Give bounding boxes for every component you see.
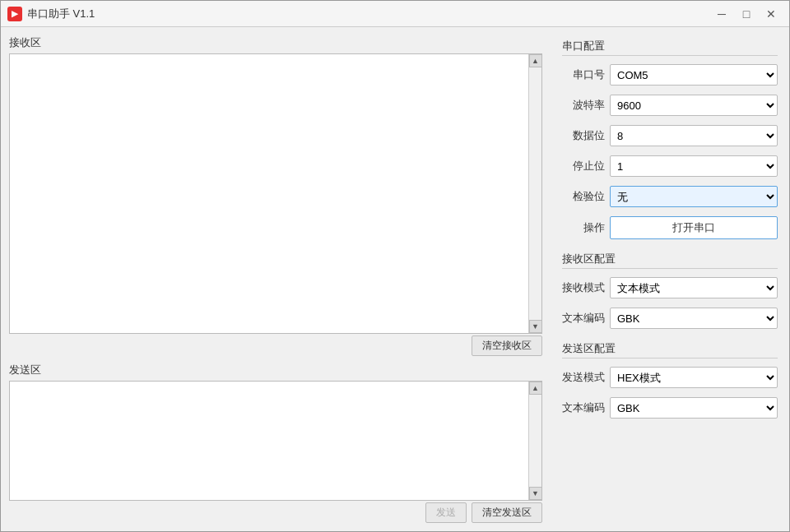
- parity-select[interactable]: 无 奇校验 偶校验: [610, 186, 778, 207]
- left-panel: 接收区 ▲ ▼ 清空接收区 发送区: [1, 27, 551, 531]
- title-bar: ▶ 串口助手 V1.1 ─ □ ✕: [1, 1, 789, 27]
- port-label: 串口号: [562, 67, 605, 82]
- minimize-button[interactable]: ─: [710, 4, 733, 24]
- baud-select[interactable]: 9600 1200 2400 4800 19200 38400 57600 11…: [610, 95, 778, 116]
- receive-btn-row: 清空接收区: [9, 335, 542, 356]
- receive-textarea[interactable]: [10, 54, 541, 333]
- receive-scroll-up[interactable]: ▲: [529, 54, 542, 67]
- send-scroll-up[interactable]: ▲: [529, 382, 542, 395]
- main-content: 接收区 ▲ ▼ 清空接收区 发送区: [1, 27, 789, 531]
- close-button[interactable]: ✕: [760, 4, 783, 24]
- parity-row: 检验位 无 奇校验 偶校验: [562, 186, 778, 207]
- send-area-label: 发送区: [9, 363, 542, 377]
- send-scroll-down[interactable]: ▼: [529, 487, 542, 500]
- operation-label: 操作: [562, 220, 605, 235]
- right-panel: 串口配置 串口号 COM5 COM1 COM2 COM3 COM4 COM6 波…: [551, 27, 789, 531]
- baud-label: 波特率: [562, 98, 605, 113]
- window-controls: ─ □ ✕: [710, 4, 783, 24]
- title-bar-left: ▶ 串口助手 V1.1: [7, 7, 95, 21]
- data-bits-label: 数据位: [562, 128, 605, 143]
- receive-area-label: 接收区: [9, 35, 542, 50]
- send-mode-label: 发送模式: [562, 370, 605, 385]
- send-area-container: 发送区 ▲ ▼ 发送 清空发送区: [9, 363, 542, 523]
- receive-scrollbar: ▲ ▼: [528, 54, 541, 333]
- text-encoding-row: 文本编码 GBK UTF-8 ASCII: [562, 308, 778, 329]
- baud-row: 波特率 9600 1200 2400 4800 19200 38400 5760…: [562, 95, 778, 116]
- send-btn-row: 发送 清空发送区: [9, 502, 542, 523]
- text-encoding-label: 文本编码: [562, 311, 605, 326]
- receive-mode-select[interactable]: 文本模式 HEX模式: [610, 277, 778, 298]
- send-mode-select[interactable]: HEX模式 文本模式: [610, 367, 778, 388]
- parity-label: 检验位: [562, 189, 605, 204]
- maximize-button[interactable]: □: [735, 4, 758, 24]
- stop-bits-row: 停止位 1 1.5 2: [562, 155, 778, 177]
- open-port-button[interactable]: 打开串口: [610, 216, 778, 239]
- send-button[interactable]: 发送: [425, 502, 467, 523]
- receive-scroll-down[interactable]: ▼: [529, 320, 542, 333]
- window-title: 串口助手 V1.1: [27, 7, 95, 21]
- port-row: 串口号 COM5 COM1 COM2 COM3 COM4 COM6: [562, 64, 778, 86]
- stop-bits-select[interactable]: 1 1.5 2: [610, 155, 778, 177]
- send-scrollbar: ▲ ▼: [528, 382, 541, 500]
- receive-textarea-wrap: ▲ ▼: [9, 53, 542, 334]
- receive-config-title: 接收区配置: [562, 248, 778, 269]
- send-config-title: 发送区配置: [562, 338, 778, 359]
- send-mode-row: 发送模式 HEX模式 文本模式: [562, 367, 778, 388]
- main-window: ▶ 串口助手 V1.1 ─ □ ✕ 接收区 ▲ ▼: [0, 0, 790, 532]
- send-encoding-row: 文本编码 GBK UTF-8 ASCII: [562, 397, 778, 419]
- stop-bits-label: 停止位: [562, 159, 605, 173]
- operation-row: 操作 打开串口: [562, 216, 778, 239]
- clear-receive-button[interactable]: 清空接收区: [472, 335, 542, 356]
- text-encoding-select[interactable]: GBK UTF-8 ASCII: [610, 308, 778, 329]
- data-bits-row: 数据位 8 5 6 7: [562, 125, 778, 146]
- send-textarea[interactable]: [10, 382, 541, 500]
- receive-mode-row: 接收模式 文本模式 HEX模式: [562, 277, 778, 298]
- send-textarea-wrap: ▲ ▼: [9, 381, 542, 501]
- port-select[interactable]: COM5 COM1 COM2 COM3 COM4 COM6: [610, 64, 778, 86]
- data-bits-select[interactable]: 8 5 6 7: [610, 125, 778, 146]
- send-encoding-select[interactable]: GBK UTF-8 ASCII: [610, 397, 778, 419]
- receive-area-container: 接收区 ▲ ▼ 清空接收区: [9, 35, 542, 356]
- app-icon: ▶: [7, 7, 22, 21]
- send-encoding-label: 文本编码: [562, 400, 605, 415]
- receive-mode-label: 接收模式: [562, 280, 605, 295]
- serial-config-title: 串口配置: [562, 35, 778, 56]
- clear-send-button[interactable]: 清空发送区: [472, 502, 542, 523]
